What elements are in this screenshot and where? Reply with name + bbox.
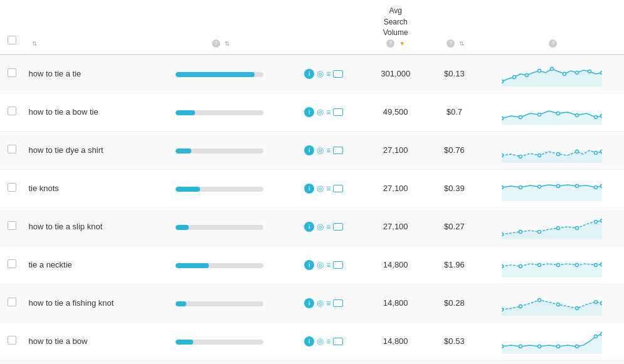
intent-sim-cell	[154, 246, 285, 284]
header-cpc[interactable]: ? ⇅	[428, 0, 480, 55]
intent-bar	[176, 340, 263, 345]
avg-search-sort-down-icon[interactable]: ▼	[399, 39, 405, 48]
sparkline	[502, 138, 602, 163]
intent-bar	[176, 148, 263, 153]
table-row: how to tie a bow i ◎ ≡ 14,800 $0.53	[0, 322, 624, 360]
table-row: tie knots i ◎ ≡ 27,100 $0.39	[0, 169, 624, 207]
svg-point-9	[601, 71, 603, 74]
svg-point-33	[601, 184, 603, 187]
avg-volume-value: 27,100	[383, 222, 408, 231]
cpc-info-icon[interactable]: ?	[447, 39, 455, 48]
avg-search-info-icon[interactable]: ?	[386, 39, 394, 48]
row-checkbox[interactable]	[8, 145, 16, 153]
trend-cell	[480, 246, 624, 284]
svg-point-56	[595, 300, 598, 303]
user-intent-cell: i ◎ ≡	[285, 207, 363, 246]
keyword-sort-icon[interactable]: ⇅	[32, 39, 37, 48]
intent-bar	[176, 263, 263, 268]
keyword-text: how to tie a tie	[28, 69, 81, 78]
avg-volume-value: 14,800	[383, 298, 408, 308]
user-intent-cell: i ◎ ≡	[285, 169, 363, 207]
sparkline	[502, 214, 602, 239]
row-checkbox[interactable]	[8, 107, 16, 115]
sparkline	[502, 176, 602, 201]
cpc-cell: $0.7	[428, 93, 480, 131]
row-checkbox[interactable]	[8, 183, 16, 192]
select-all-checkbox[interactable]	[8, 36, 16, 44]
avg-volume-value: 27,100	[383, 184, 408, 193]
svg-point-37	[538, 230, 541, 233]
pin-icon: ◎	[317, 336, 324, 346]
row-checkbox[interactable]	[8, 336, 16, 345]
trend-info-icon[interactable]: ?	[549, 39, 557, 48]
header-trend[interactable]: ?	[480, 0, 624, 55]
svg-point-25	[601, 150, 603, 153]
cpc-sort-icon[interactable]: ⇅	[459, 39, 464, 48]
table-row: how to tie a fishing knot i ◎ ≡ 14,800 $…	[0, 284, 624, 322]
row-checkbox-cell	[0, 360, 23, 364]
avg-volume-cell: 12,100	[363, 360, 428, 364]
svg-marker-10	[502, 111, 602, 125]
svg-point-31	[576, 184, 579, 187]
avg-volume-value: 14,800	[383, 336, 408, 346]
bars-icon: ≡	[326, 337, 331, 346]
row-checkbox[interactable]	[8, 68, 16, 77]
svg-point-65	[601, 332, 603, 335]
header-checkbox-col	[0, 0, 23, 55]
user-intent-icons: i ◎ ≡	[290, 260, 358, 270]
intent-sim-cell	[154, 284, 285, 322]
svg-point-4	[538, 69, 541, 72]
row-checkbox-cell	[0, 246, 23, 284]
avg-volume-value: 301,000	[381, 69, 410, 78]
row-checkbox-cell	[0, 55, 23, 93]
svg-point-30	[557, 184, 560, 187]
svg-marker-0	[502, 69, 602, 86]
svg-point-24	[595, 151, 598, 154]
intent-sim-cell	[154, 93, 285, 131]
avg-volume-value: 49,500	[383, 107, 408, 117]
trend-cell	[480, 284, 624, 322]
keyword-cell: tie a necktie	[23, 246, 154, 284]
bars-icon: ≡	[326, 108, 331, 117]
pin-icon: ◎	[317, 260, 324, 269]
keyword-cell: how to tie a bow tie	[23, 93, 154, 131]
header-avg-search[interactable]: Avg Search Volume ? ▼	[363, 0, 428, 55]
intent-sim-cell	[154, 207, 285, 246]
user-intent-cell: i ◎ ≡	[285, 246, 363, 284]
info-circle-icon: i	[304, 69, 314, 79]
keyword-cell: how to tie dye a shirt	[23, 131, 154, 169]
header-keyword[interactable]: ⇅	[23, 0, 154, 55]
trend-cell	[480, 93, 624, 131]
svg-point-16	[595, 115, 598, 118]
card-icon	[333, 299, 343, 307]
card-icon	[333, 223, 343, 231]
bars-icon: ≡	[326, 146, 331, 155]
trend-cell	[480, 169, 624, 207]
svg-marker-58	[502, 334, 602, 354]
row-checkbox-cell	[0, 207, 23, 246]
row-checkbox[interactable]	[8, 298, 16, 306]
svg-point-28	[519, 185, 522, 189]
cpc-value: $0.28	[444, 298, 465, 308]
intent-sim-sort-icon[interactable]: ⇅	[225, 39, 230, 48]
svg-point-55	[576, 306, 579, 309]
cpc-value: $0.76	[444, 145, 465, 155]
cpc-cell: $0.53	[428, 322, 480, 360]
svg-point-39	[576, 226, 579, 229]
svg-point-62	[557, 345, 560, 348]
intent-sim-cell	[154, 131, 285, 169]
intent-sim-cell	[154, 55, 285, 93]
row-checkbox[interactable]	[8, 221, 16, 230]
bars-icon: ≡	[326, 70, 331, 78]
row-checkbox[interactable]	[8, 259, 16, 268]
intent-bar-fill	[176, 148, 191, 153]
avg-volume-cell: 27,100	[363, 131, 428, 169]
svg-point-48	[595, 263, 598, 266]
intent-bar-fill	[176, 340, 193, 345]
svg-point-27	[502, 185, 504, 189]
intent-sim-info-icon[interactable]: ?	[212, 39, 220, 48]
pin-icon: ◎	[317, 107, 324, 117]
svg-point-52	[519, 304, 522, 308]
pin-icon: ◎	[317, 69, 324, 78]
header-intent-similarity[interactable]: ? ⇅	[154, 0, 285, 55]
